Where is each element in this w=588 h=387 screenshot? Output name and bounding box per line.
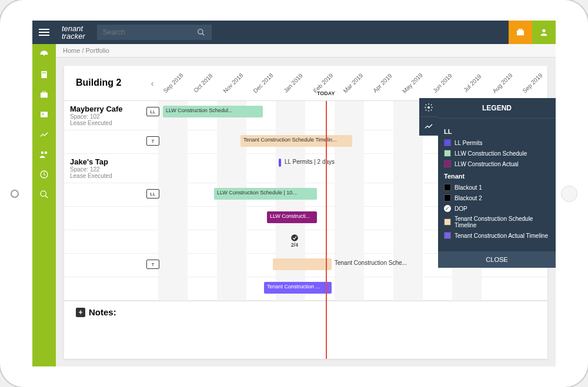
today-line [326, 101, 327, 359]
legend-title: LEGEND [438, 98, 556, 119]
legend-item-label: Blackout 2 [455, 195, 482, 201]
sidebar-dashboard[interactable] [38, 49, 50, 60]
task-type-icon[interactable]: T [146, 260, 159, 269]
task-type-icon[interactable]: T [146, 136, 159, 146]
legend-group-tenant: Tenant [444, 173, 550, 180]
row-space: Space: 102 [70, 113, 141, 120]
svg-point-12 [42, 113, 44, 115]
task-type-icon[interactable]: LL [146, 189, 159, 198]
svg-point-14 [45, 152, 48, 154]
svg-rect-6 [41, 71, 46, 78]
legend-chart-tab[interactable] [419, 117, 438, 136]
tablet-frame: tenanttracker [0, 0, 588, 387]
sidebar-building[interactable] [38, 69, 50, 80]
id-card-icon [39, 110, 49, 119]
task-type-icon[interactable]: LL [146, 107, 159, 116]
history-icon [39, 170, 49, 179]
svg-rect-7 [42, 72, 44, 73]
legend-swatch [444, 194, 451, 201]
legend-swatch [444, 218, 451, 226]
tablet-home-button[interactable] [11, 190, 19, 198]
legend-item-label: LL Permits [455, 140, 482, 146]
legend-swatch [444, 150, 451, 157]
breadcrumb-sep: / [80, 47, 85, 54]
app-logo: tenanttracker [56, 25, 91, 40]
legend-item: ✓DOP [444, 203, 550, 214]
gantt-row: Tenant Construction ... [64, 277, 547, 301]
search-button[interactable] [191, 25, 212, 40]
gantt-bar-tenant-schedule[interactable]: Tenant Construction Schedule Timelin... [240, 135, 352, 147]
hamburger-menu-button[interactable] [32, 21, 56, 44]
user-icon [539, 28, 549, 37]
app-screen: tenanttracker [32, 21, 556, 366]
breadcrumb: Home / Portfolio [56, 44, 556, 58]
gantt-bar-llw-schedule[interactable]: LLW Construction Schedul... [163, 106, 263, 117]
legend-swatch [444, 160, 451, 167]
search-input[interactable] [97, 25, 191, 40]
sidebar-search[interactable] [38, 189, 50, 200]
legend-item: LLW Construction Schedule [444, 148, 550, 159]
gantt-bar-llw-schedule[interactable]: LLW Construction Schedule | 10... [214, 188, 317, 200]
notes-section[interactable]: + Notes: [64, 301, 547, 323]
legend-item: Blackout 2 [444, 193, 550, 203]
svg-point-15 [41, 191, 46, 196]
legend-item: LL Permits [444, 137, 550, 148]
row-status: Lease Executed [70, 120, 141, 126]
building-icon [39, 70, 49, 79]
legend-swatch [444, 232, 451, 239]
svg-rect-10 [42, 92, 45, 93]
svg-rect-8 [45, 72, 46, 73]
svg-point-17 [291, 234, 298, 241]
svg-point-18 [427, 106, 430, 109]
search-box [97, 25, 212, 40]
plus-icon: + [76, 308, 85, 317]
gantt-bar-ll-permits-marker[interactable] [279, 159, 281, 167]
gantt-bar-llw-actual[interactable]: LLW Constructi... [267, 211, 317, 223]
gantt-header: Building 2 ‹ Sep 2018 Oct 2018 Nov 2018 … [64, 66, 547, 101]
gantt-title: Building 2 [64, 66, 146, 100]
legend-close-button[interactable]: CLOSE [438, 251, 556, 268]
svg-point-4 [542, 29, 545, 32]
tablet-camera [561, 186, 577, 202]
gantt-bar-ll-permits-label: LL Permits | 2 days [285, 159, 335, 165]
gantt-bar-tenant-schedule[interactable] [273, 258, 332, 270]
legend-item-label: LLW Construction Actual [455, 161, 519, 167]
svg-rect-2 [517, 31, 524, 36]
today-label: TODAY [317, 90, 335, 96]
sidebar [32, 44, 56, 366]
sidebar-team[interactable] [38, 149, 50, 160]
briefcase-icon [39, 90, 49, 99]
milestone-check[interactable]: 2/4 [290, 234, 299, 248]
svg-line-16 [45, 196, 48, 198]
svg-point-0 [198, 29, 203, 34]
legend-item: LLW Construction Actual [444, 159, 550, 169]
legend-swatch [444, 184, 451, 191]
main-content: Home / Portfolio Building 2 ‹ Sep 2018 O… [56, 44, 556, 366]
chart-icon [39, 130, 49, 139]
legend-panel: LEGEND LL LL Permits LLW Construction Sc… [438, 98, 556, 268]
legend-item-label: DOP [455, 206, 467, 212]
legend-item: Blackout 1 [444, 182, 550, 193]
sidebar-portfolio[interactable] [38, 89, 50, 100]
milestone-label: 2/4 [290, 242, 299, 248]
row-space: Space: 122 [70, 166, 141, 173]
legend-swatch [444, 139, 451, 146]
sidebar-contacts[interactable] [38, 109, 50, 120]
legend-group-ll: LL [444, 128, 550, 135]
svg-line-1 [202, 33, 205, 36]
legend-settings-tab[interactable] [419, 98, 438, 117]
check-icon: ✓ [444, 205, 451, 212]
breadcrumb-current: Portfolio [86, 47, 109, 54]
check-circle-icon [290, 234, 299, 242]
legend-item-label: Blackout 1 [455, 184, 482, 191]
users-icon [39, 149, 49, 160]
user-button[interactable] [532, 21, 556, 44]
timeline-months: Sep 2018 Oct 2018 Nov 2018 Dec 2018 Jan … [158, 66, 547, 100]
sidebar-reports[interactable] [38, 129, 50, 140]
briefcase-button[interactable] [509, 21, 532, 44]
gantt-bar-tenant-actual[interactable]: Tenant Construction ... [264, 282, 332, 294]
sidebar-history[interactable] [38, 169, 50, 180]
svg-rect-3 [519, 29, 522, 31]
breadcrumb-home[interactable]: Home [63, 47, 80, 54]
gear-icon [424, 103, 433, 112]
